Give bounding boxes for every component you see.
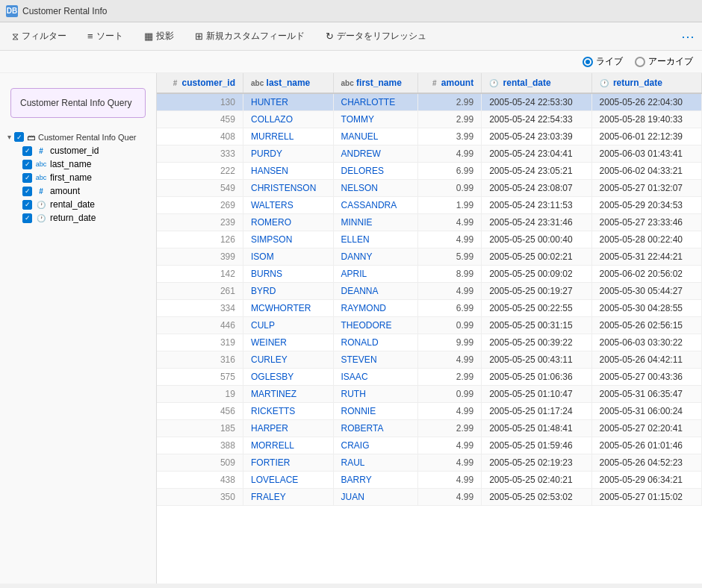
table-row[interactable]: 261BYRDDEANNA4.992005-05-25 00:19:272005… bbox=[157, 283, 702, 300]
cell-amount: 4.99 bbox=[418, 214, 482, 231]
table-row[interactable]: 459COLLAZOTOMMY2.992005-05-24 22:54:3320… bbox=[157, 111, 702, 128]
cell-return-date: 2005-06-01 22:12:39 bbox=[591, 128, 701, 146]
sidebar-tree-parent[interactable]: ▾ ✓ 🗃 Customer Rental Info Quer bbox=[4, 130, 152, 144]
refresh-button[interactable]: ↻ データをリフレッシュ bbox=[321, 28, 431, 45]
hash-col-icon-amount: # bbox=[432, 79, 437, 87]
cell-last-name: WALTERS bbox=[243, 197, 333, 214]
table-row[interactable]: 130HUNTERCHARLOTTE2.992005-05-24 22:53:3… bbox=[157, 93, 702, 111]
cell-amount: 4.99 bbox=[418, 454, 482, 472]
cell-return-date: 2005-05-31 06:00:24 bbox=[591, 403, 701, 420]
live-radio-dot bbox=[583, 57, 593, 67]
cell-customer-id: 438 bbox=[157, 472, 243, 489]
cell-amount: 1.99 bbox=[418, 197, 482, 214]
table-row[interactable]: 334MCWHORTERRAYMOND6.992005-05-25 00:22:… bbox=[157, 300, 702, 317]
sidebar-item-return-date[interactable]: ✓ 🕐 return_date bbox=[19, 211, 152, 225]
cell-return-date: 2005-05-26 01:01:46 bbox=[591, 437, 701, 454]
checkbox-amount[interactable]: ✓ bbox=[22, 187, 32, 196]
cell-last-name: WEINER bbox=[243, 334, 333, 351]
col-label-rental-date: rental_date bbox=[503, 78, 551, 88]
table-row[interactable]: 509FORTIERRAUL4.992005-05-25 02:19:23200… bbox=[157, 454, 702, 472]
data-table: # customer_id abc last_name abc first_na… bbox=[157, 73, 702, 506]
radio-bar: ライブ アーカイブ bbox=[0, 51, 702, 73]
table-row[interactable]: 549CHRISTENSONNELSON0.992005-05-24 23:08… bbox=[157, 180, 702, 197]
table-row[interactable]: 269WALTERSCASSANDRA1.992005-05-24 23:11:… bbox=[157, 197, 702, 214]
cell-amount: 4.99 bbox=[418, 437, 482, 454]
archive-radio[interactable]: アーカイブ bbox=[635, 55, 693, 68]
checkbox-last-name[interactable]: ✓ bbox=[22, 160, 32, 169]
checkbox-return-date[interactable]: ✓ bbox=[22, 213, 32, 223]
query-box[interactable]: Customer Rental Info Query bbox=[10, 88, 146, 118]
sidebar-item-first-name[interactable]: ✓ abc first_name bbox=[19, 171, 152, 184]
cell-return-date: 2005-05-27 01:32:07 bbox=[591, 180, 701, 197]
col-header-amount[interactable]: # amount bbox=[418, 73, 482, 93]
cell-first-name: DELORES bbox=[333, 163, 418, 180]
cell-customer-id: 130 bbox=[157, 93, 243, 111]
cell-first-name: APRIL bbox=[333, 266, 418, 283]
cell-rental-date: 2005-05-25 00:02:21 bbox=[482, 248, 591, 266]
checkbox-rental-date[interactable]: ✓ bbox=[22, 200, 32, 210]
col-label-amount: amount bbox=[441, 78, 473, 88]
clock-col-icon-return: 🕐 bbox=[600, 79, 609, 87]
parent-checkbox[interactable]: ✓ bbox=[14, 132, 24, 142]
table-row[interactable]: 126SIMPSONELLEN4.992005-05-25 00:00:4020… bbox=[157, 231, 702, 248]
sidebar-item-amount[interactable]: ✓ # amount bbox=[19, 184, 152, 198]
table-row[interactable]: 239ROMEROMINNIE4.992005-05-24 23:31:4620… bbox=[157, 214, 702, 231]
table-row[interactable]: 222HANSENDELORES6.992005-05-24 23:05:212… bbox=[157, 163, 702, 180]
filter-label: フィルター bbox=[22, 30, 66, 43]
sidebar-item-last-name[interactable]: ✓ abc last_name bbox=[19, 157, 152, 171]
table-row[interactable]: 575OGLESBYISAAC2.992005-05-25 01:06:3620… bbox=[157, 369, 702, 386]
more-actions[interactable]: ⋯ bbox=[681, 28, 695, 45]
cell-last-name: PURDY bbox=[243, 146, 333, 163]
cell-return-date: 2005-05-28 19:40:33 bbox=[591, 111, 701, 128]
more-icon: ⋯ bbox=[681, 28, 695, 45]
projection-button[interactable]: ▦ 投影 bbox=[140, 28, 178, 45]
col-header-first-name[interactable]: abc first_name bbox=[333, 73, 418, 93]
cell-rental-date: 2005-05-24 22:53:30 bbox=[482, 93, 591, 111]
sort-label: ソート bbox=[96, 30, 123, 43]
table-row[interactable]: 142BURNSAPRIL8.992005-05-25 00:09:022005… bbox=[157, 266, 702, 283]
table-row[interactable]: 438LOVELACEBARRY4.992005-05-25 02:40:212… bbox=[157, 472, 702, 489]
cell-first-name: CRAIG bbox=[333, 437, 418, 454]
table-area[interactable]: # customer_id abc last_name abc first_na… bbox=[157, 73, 702, 584]
cell-last-name: MURRELL bbox=[243, 128, 333, 146]
table-row[interactable]: 319WEINERRONALD9.992005-05-25 00:39:2220… bbox=[157, 334, 702, 351]
sidebar-item-customer-id[interactable]: ✓ # customer_id bbox=[19, 144, 152, 157]
live-radio[interactable]: ライブ bbox=[583, 55, 623, 68]
table-row[interactable]: 408MURRELLMANUEL3.992005-05-24 23:03:392… bbox=[157, 128, 702, 146]
table-row[interactable]: 456RICKETTSRONNIE4.992005-05-25 01:17:24… bbox=[157, 403, 702, 420]
clock-col-icon-rental: 🕐 bbox=[489, 79, 498, 87]
sort-icon: ≡ bbox=[87, 31, 93, 42]
table-row[interactable]: 446CULPTHEODORE0.992005-05-25 00:31:1520… bbox=[157, 317, 702, 334]
parent-label: Customer Rental Info Quer bbox=[38, 133, 136, 142]
sidebar: Customer Rental Info Query ▾ ✓ 🗃 Custome… bbox=[0, 73, 157, 584]
sidebar-item-rental-date[interactable]: ✓ 🕐 rental_date bbox=[19, 198, 152, 211]
table-header-row: # customer_id abc last_name abc first_na… bbox=[157, 73, 702, 93]
cell-rental-date: 2005-05-25 00:09:02 bbox=[482, 266, 591, 283]
table-row[interactable]: 388MORRELLCRAIG4.992005-05-25 01:59:4620… bbox=[157, 437, 702, 454]
tree-expand-icon: ▾ bbox=[7, 133, 11, 141]
table-row[interactable]: 399ISOMDANNY5.992005-05-25 00:02:212005-… bbox=[157, 248, 702, 266]
filter-button[interactable]: ⧖ フィルター bbox=[7, 28, 71, 45]
abc-col-icon-lastname: abc bbox=[251, 79, 264, 87]
table-row[interactable]: 316CURLEYSTEVEN4.992005-05-25 00:43:1120… bbox=[157, 351, 702, 369]
checkbox-first-name[interactable]: ✓ bbox=[22, 173, 32, 183]
col-header-last-name[interactable]: abc last_name bbox=[243, 73, 333, 93]
field-label-customer-id: customer_id bbox=[50, 146, 99, 156]
cell-amount: 2.99 bbox=[418, 93, 482, 111]
sort-button[interactable]: ≡ ソート bbox=[83, 28, 128, 45]
table-row[interactable]: 19MARTINEZRUTH0.992005-05-25 01:10:47200… bbox=[157, 386, 702, 403]
table-row[interactable]: 350FRALEYJUAN4.992005-05-25 02:53:022005… bbox=[157, 489, 702, 506]
col-header-rental-date[interactable]: 🕐 rental_date bbox=[482, 73, 591, 93]
custom-field-icon: ⊞ bbox=[195, 31, 203, 42]
checkbox-customer-id[interactable]: ✓ bbox=[22, 146, 32, 156]
custom-field-button[interactable]: ⊞ 新規カスタムフィールド bbox=[190, 28, 309, 45]
table-row[interactable]: 333PURDYANDREW4.992005-05-24 23:04:41200… bbox=[157, 146, 702, 163]
table-row[interactable]: 185HARPERROBERTA2.992005-05-25 01:48:412… bbox=[157, 420, 702, 437]
cell-customer-id: 269 bbox=[157, 197, 243, 214]
cell-rental-date: 2005-05-25 01:59:46 bbox=[482, 437, 591, 454]
cell-rental-date: 2005-05-25 00:00:40 bbox=[482, 231, 591, 248]
filter-icon: ⧖ bbox=[12, 31, 19, 43]
col-header-customer-id[interactable]: # customer_id bbox=[157, 73, 243, 93]
col-header-return-date[interactable]: 🕐 return_date bbox=[591, 73, 701, 93]
abc-icon-first-name: abc bbox=[35, 174, 47, 181]
